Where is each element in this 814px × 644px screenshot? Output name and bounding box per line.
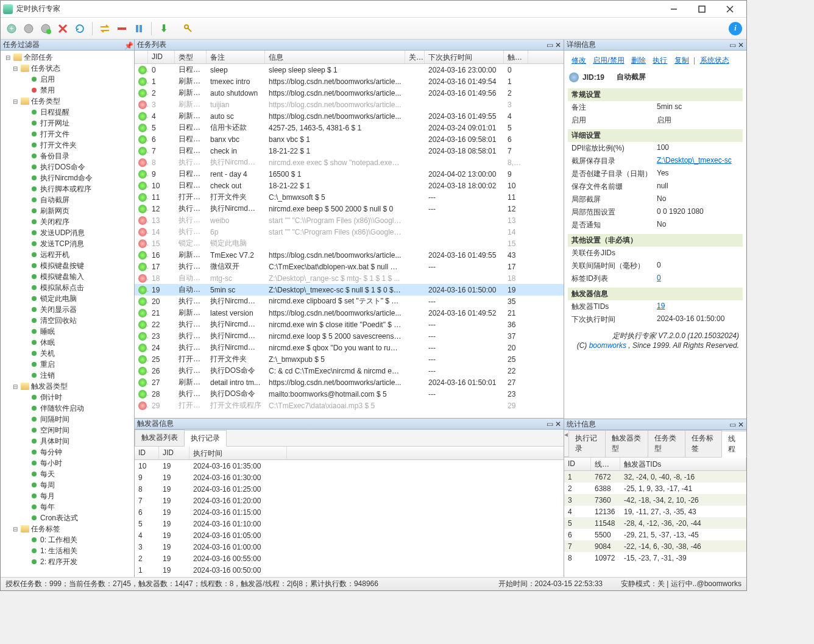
pause-icon[interactable] (132, 21, 146, 36)
maximize-button[interactable] (692, 2, 712, 16)
tree-node[interactable]: 1: 生活相关 (1, 545, 134, 556)
stats-row[interactable]: 41213619, -11, 27, -3, -35, 43 (564, 506, 746, 517)
close-pane-icon[interactable]: ✕ (738, 41, 744, 49)
pin-icon[interactable]: 📌 (124, 41, 132, 49)
tree-node[interactable]: 具体时间 (1, 436, 134, 447)
tree-node[interactable]: 执行DOS命令 (1, 161, 134, 172)
filter-tree[interactable]: ⊟全部任务⊟任务状态启用禁用⊟任务类型日程提醒打开网址打开文件打开文件夹备份目录… (1, 51, 134, 577)
tree-node[interactable]: 执行脚本或程序 (1, 183, 134, 194)
tree-node[interactable]: 模拟键盘输入 (1, 271, 134, 282)
task-row[interactable]: 3刷新网...tuijianhttps://blog.csdn.net/boom… (135, 99, 564, 110)
tree-node[interactable]: 注销 (1, 370, 134, 381)
gear-enable-icon[interactable] (38, 21, 53, 36)
stats-row[interactable]: 810972-15, -23, 7, -31, -39 (564, 552, 746, 564)
tree-node[interactable]: 打开文件 (1, 129, 134, 140)
tree-node[interactable]: 禁用 (1, 85, 134, 96)
task-row[interactable]: 0日程提...sleepsleep sleep sleep $ 12024-03… (135, 64, 564, 76)
tree-node[interactable]: 远程开机 (1, 249, 134, 260)
task-row[interactable]: 20执行Ni...执行Nircmd命令nircmd.exe clipboard … (135, 295, 564, 307)
tree-node[interactable]: 关闭显示器 (1, 304, 134, 315)
close-button[interactable] (720, 2, 740, 16)
tree-node[interactable]: 关闭程序 (1, 216, 134, 227)
task-row[interactable]: 29打开文...打开文件或程序C:\TmExec7\data\xiaoai.mp… (135, 400, 564, 411)
tree-node[interactable]: 0: 工作相关 (1, 534, 134, 545)
task-row[interactable]: 7日程提...check in18-21-22 $ 12024-03-18 08… (135, 145, 564, 157)
tree-node[interactable]: 打开文件夹 (1, 140, 134, 150)
keys-icon[interactable] (181, 21, 196, 36)
tab-stats-log[interactable]: 执行记录 (568, 430, 606, 457)
trig-row[interactable]: 9192024-03-16 01:30:00 (135, 472, 564, 483)
tree-node[interactable]: 日程提醒 (1, 107, 134, 118)
trig-row[interactable]: 10192024-03-16 01:35:00 (135, 460, 564, 472)
tree-node[interactable]: ⊟任务标签 (1, 523, 134, 534)
tree-node[interactable]: ⊟触发器类型 (1, 381, 134, 392)
task-row[interactable]: 18自动截...mtg-scZ:\Desktop\_range-sc $ mtg… (135, 272, 564, 284)
link-tags[interactable]: 0 (657, 274, 661, 282)
task-row[interactable]: 1刷新网...tmexec introhttps://blog.csdn.net… (135, 76, 564, 87)
trig-row[interactable]: 2192024-03-16 00:55:00 (135, 553, 564, 564)
link-boomworks[interactable]: boomworks (589, 341, 626, 350)
trig-row[interactable]: 4192024-03-16 01:05:00 (135, 529, 564, 541)
link-copy[interactable]: 复制 (674, 56, 689, 65)
task-row[interactable]: 12执行Ni...执行Nircmd命令nircmd.exe beep $ 500… (135, 203, 564, 214)
minimize-button[interactable] (664, 2, 684, 16)
trig-row[interactable]: 1192024-03-16 00:50:00 (135, 564, 564, 576)
tree-node[interactable]: 倒计时 (1, 392, 134, 403)
tab-exec-log[interactable]: 执行记录 (184, 430, 227, 447)
tree-node[interactable]: 启用 (1, 74, 134, 85)
task-row[interactable]: 9日程提...rent - day 416500 $ 12024-04-02 1… (135, 168, 564, 180)
maximize-pane-icon[interactable]: ▭ (729, 41, 736, 49)
stats-row[interactable]: 65500-29, 21, 5, -37, -13, -45 (564, 529, 746, 540)
task-row[interactable]: 4刷新网...auto schttps://blog.csdn.net/boom… (135, 110, 564, 122)
task-row[interactable]: 19自动截...5min scZ:\Desktop\_tmexec-sc $ n… (135, 284, 564, 295)
tree-node[interactable]: 睡眠 (1, 326, 134, 337)
trig-rows[interactable]: 10192024-03-16 01:35:009192024-03-16 01:… (135, 460, 564, 577)
maximize-pane-icon[interactable]: ▭ (729, 420, 736, 429)
swap-icon[interactable] (97, 21, 112, 36)
task-row[interactable]: 23执行Ni...执行Nircmd命令nircmd.exe loop $ 5 2… (135, 330, 564, 342)
link-edit[interactable]: 修改 (572, 56, 586, 65)
task-row[interactable]: 6日程提...banx vbcbanx vbc $ 12024-03-16 09… (135, 133, 564, 145)
tree-node[interactable]: 刷新网页 (1, 205, 134, 216)
tree-node[interactable]: 每天 (1, 469, 134, 479)
tree-node[interactable]: 休眠 (1, 337, 134, 348)
trig-row[interactable]: 7192024-03-16 01:20:00 (135, 495, 564, 506)
tree-node[interactable]: 2: 程序开发 (1, 556, 134, 567)
task-row[interactable]: 5日程提...信用卡还款4257-25, 1463-5, 4381-6 $ 12… (135, 122, 564, 133)
maximize-pane-icon[interactable]: ▭ (547, 41, 553, 49)
close-pane-icon[interactable]: ✕ (555, 420, 561, 428)
tree-node[interactable]: 发送TCP消息 (1, 238, 134, 249)
task-row[interactable]: 15锁定此...锁定此电脑15 (135, 238, 564, 249)
task-row[interactable]: 27刷新网...detail intro tm...https://blog.c… (135, 377, 564, 388)
link-dir[interactable]: Z:\Desktop\_tmexec-sc (657, 156, 732, 165)
tree-node[interactable]: ⊟任务类型 (1, 96, 134, 107)
tab-stats-tasktag[interactable]: 任务标签 (685, 430, 722, 457)
gear-edit-icon[interactable] (21, 21, 36, 36)
task-row[interactable]: 8执行Ni...执行Nircmd命令nircmd.exe exec $ show… (135, 157, 564, 168)
tree-node[interactable]: 关机 (1, 348, 134, 359)
task-row[interactable]: 16刷新网...TmExec V7.2https://blog.csdn.net… (135, 249, 564, 261)
info-icon[interactable]: i (728, 21, 743, 36)
task-row[interactable]: 2刷新网...auto shutdownhttps://blog.csdn.ne… (135, 87, 564, 99)
tree-node[interactable]: 锁定此电脑 (1, 293, 134, 304)
stats-row[interactable]: 1767232, -24, 0, -40, -8, -16 (564, 471, 746, 483)
tab-stats-thread[interactable]: 线程 (721, 431, 746, 458)
task-row[interactable]: 24执行Ni...执行Nircmd命令nircmd.exe $ qbox "Do… (135, 342, 564, 353)
tree-node[interactable]: 模拟键盘按键 (1, 260, 134, 271)
link-delete[interactable]: 删除 (631, 56, 646, 65)
stats-row[interactable]: 79084-22, -14, 6, -30, -38, -46 (564, 540, 746, 552)
link-tids[interactable]: 19 (657, 302, 665, 310)
task-row[interactable]: 22执行Ni...执行Nircmd命令nircmd.exe win $ clos… (135, 319, 564, 330)
link-sys[interactable]: 系统状态 (700, 56, 729, 65)
trig-row[interactable]: 6192024-03-16 01:15:00 (135, 506, 564, 518)
tree-node[interactable]: 每周 (1, 479, 134, 490)
tree-node[interactable]: 发送UDP消息 (1, 227, 134, 238)
tree-node[interactable]: 自动截屏 (1, 194, 134, 205)
close-pane-icon[interactable]: ✕ (555, 41, 561, 49)
tab-trigger-list[interactable]: 触发器列表 (135, 430, 185, 446)
tree-node[interactable]: 每月 (1, 490, 134, 501)
tab-stats-trigtype[interactable]: 触发器类型 (605, 430, 648, 457)
task-row[interactable]: 25打开文...打开文件夹Z:\_bmwxpub $ 5---25 (135, 353, 564, 365)
tree-node[interactable]: 空闲时间 (1, 425, 134, 436)
tree-node[interactable]: 打开网址 (1, 118, 134, 129)
